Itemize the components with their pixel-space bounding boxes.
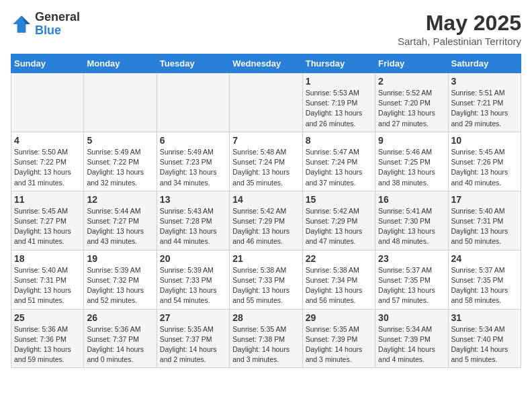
calendar-cell: 22Sunrise: 5:38 AM Sunset: 7:34 PM Dayli… [302, 250, 375, 309]
day-number: 28 [232, 312, 299, 323]
day-number: 10 [451, 135, 518, 146]
day-number: 24 [451, 253, 518, 264]
calendar-cell: 28Sunrise: 5:35 AM Sunset: 7:38 PM Dayli… [230, 309, 302, 368]
calendar-cell: 24Sunrise: 5:37 AM Sunset: 7:35 PM Dayli… [448, 250, 521, 309]
day-number: 25 [14, 312, 81, 323]
day-info: Sunrise: 5:52 AM Sunset: 7:20 PM Dayligh… [378, 88, 445, 129]
day-number: 14 [232, 194, 299, 205]
calendar-cell: 27Sunrise: 5:35 AM Sunset: 7:37 PM Dayli… [157, 309, 229, 368]
logo-icon [11, 13, 32, 35]
weekday-header-monday: Monday [84, 54, 157, 73]
calendar-cell: 19Sunrise: 5:39 AM Sunset: 7:32 PM Dayli… [84, 250, 157, 309]
calendar-cell: 15Sunrise: 5:42 AM Sunset: 7:29 PM Dayli… [302, 191, 375, 250]
day-info: Sunrise: 5:42 AM Sunset: 7:29 PM Dayligh… [306, 206, 372, 247]
calendar-cell: 9Sunrise: 5:46 AM Sunset: 7:25 PM Daylig… [375, 132, 448, 191]
day-info: Sunrise: 5:37 AM Sunset: 7:35 PM Dayligh… [378, 265, 445, 306]
day-info: Sunrise: 5:53 AM Sunset: 7:19 PM Dayligh… [306, 88, 372, 129]
calendar-cell: 20Sunrise: 5:39 AM Sunset: 7:33 PM Dayli… [157, 250, 229, 309]
calendar-cell [11, 73, 84, 132]
day-number: 7 [232, 135, 299, 146]
calendar-cell: 14Sunrise: 5:42 AM Sunset: 7:29 PM Dayli… [230, 191, 302, 250]
weekday-header-row: SundayMondayTuesdayWednesdayThursdayFrid… [11, 54, 521, 73]
day-info: Sunrise: 5:49 AM Sunset: 7:23 PM Dayligh… [160, 147, 226, 188]
day-number: 13 [160, 194, 226, 205]
day-number: 30 [378, 312, 445, 323]
day-number: 2 [378, 76, 445, 87]
day-number: 3 [451, 76, 518, 87]
day-info: Sunrise: 5:38 AM Sunset: 7:34 PM Dayligh… [306, 265, 372, 306]
calendar-cell: 1Sunrise: 5:53 AM Sunset: 7:19 PM Daylig… [302, 73, 375, 132]
calendar-cell: 13Sunrise: 5:43 AM Sunset: 7:28 PM Dayli… [157, 191, 229, 250]
calendar-cell: 29Sunrise: 5:35 AM Sunset: 7:39 PM Dayli… [302, 309, 375, 368]
weekday-header-friday: Friday [375, 54, 448, 73]
calendar-cell: 25Sunrise: 5:36 AM Sunset: 7:36 PM Dayli… [11, 309, 84, 368]
calendar-cell: 6Sunrise: 5:49 AM Sunset: 7:23 PM Daylig… [157, 132, 229, 191]
calendar-cell: 11Sunrise: 5:45 AM Sunset: 7:27 PM Dayli… [11, 191, 84, 250]
weekday-header-saturday: Saturday [448, 54, 521, 73]
calendar-cell: 7Sunrise: 5:48 AM Sunset: 7:24 PM Daylig… [230, 132, 302, 191]
logo-blue-text: Blue [35, 24, 61, 37]
day-number: 23 [378, 253, 445, 264]
day-number: 29 [306, 312, 372, 323]
day-info: Sunrise: 5:43 AM Sunset: 7:28 PM Dayligh… [160, 206, 226, 247]
month-year-title: May 2025 [398, 11, 521, 36]
calendar-cell [157, 73, 229, 132]
day-info: Sunrise: 5:48 AM Sunset: 7:24 PM Dayligh… [232, 147, 299, 188]
logo-general-text: General [35, 10, 80, 24]
day-info: Sunrise: 5:35 AM Sunset: 7:37 PM Dayligh… [160, 324, 226, 365]
day-info: Sunrise: 5:40 AM Sunset: 7:31 PM Dayligh… [14, 265, 81, 306]
calendar-cell: 31Sunrise: 5:34 AM Sunset: 7:40 PM Dayli… [448, 309, 521, 368]
day-info: Sunrise: 5:45 AM Sunset: 7:26 PM Dayligh… [451, 147, 518, 188]
calendar-cell: 17Sunrise: 5:40 AM Sunset: 7:31 PM Dayli… [448, 191, 521, 250]
day-info: Sunrise: 5:46 AM Sunset: 7:25 PM Dayligh… [378, 147, 445, 188]
calendar-week-row: 11Sunrise: 5:45 AM Sunset: 7:27 PM Dayli… [11, 191, 521, 250]
day-number: 9 [378, 135, 445, 146]
day-number: 17 [451, 194, 518, 205]
calendar-cell: 5Sunrise: 5:49 AM Sunset: 7:22 PM Daylig… [84, 132, 157, 191]
day-info: Sunrise: 5:51 AM Sunset: 7:21 PM Dayligh… [451, 88, 518, 129]
weekday-header-tuesday: Tuesday [157, 54, 229, 73]
calendar-table: SundayMondayTuesdayWednesdayThursdayFrid… [11, 54, 521, 368]
day-number: 31 [451, 312, 518, 323]
calendar-cell: 8Sunrise: 5:47 AM Sunset: 7:24 PM Daylig… [302, 132, 375, 191]
day-number: 19 [87, 253, 153, 264]
day-info: Sunrise: 5:39 AM Sunset: 7:33 PM Dayligh… [160, 265, 226, 306]
day-info: Sunrise: 5:40 AM Sunset: 7:31 PM Dayligh… [451, 206, 518, 247]
calendar-cell [230, 73, 302, 132]
day-info: Sunrise: 5:34 AM Sunset: 7:40 PM Dayligh… [451, 324, 518, 365]
calendar-week-row: 4Sunrise: 5:50 AM Sunset: 7:22 PM Daylig… [11, 132, 521, 191]
calendar-cell: 23Sunrise: 5:37 AM Sunset: 7:35 PM Dayli… [375, 250, 448, 309]
calendar-week-row: 1Sunrise: 5:53 AM Sunset: 7:19 PM Daylig… [11, 73, 521, 132]
day-number: 1 [306, 76, 372, 87]
day-number: 11 [14, 194, 81, 205]
day-number: 6 [160, 135, 226, 146]
day-number: 4 [14, 135, 81, 146]
day-number: 27 [160, 312, 226, 323]
calendar-cell [84, 73, 157, 132]
day-number: 15 [306, 194, 372, 205]
day-info: Sunrise: 5:49 AM Sunset: 7:22 PM Dayligh… [87, 147, 153, 188]
calendar-cell: 4Sunrise: 5:50 AM Sunset: 7:22 PM Daylig… [11, 132, 84, 191]
day-info: Sunrise: 5:44 AM Sunset: 7:27 PM Dayligh… [87, 206, 153, 247]
day-number: 22 [306, 253, 372, 264]
day-info: Sunrise: 5:38 AM Sunset: 7:33 PM Dayligh… [232, 265, 299, 306]
calendar-cell: 16Sunrise: 5:41 AM Sunset: 7:30 PM Dayli… [375, 191, 448, 250]
day-info: Sunrise: 5:50 AM Sunset: 7:22 PM Dayligh… [14, 147, 81, 188]
day-number: 21 [232, 253, 299, 264]
page-header: General Blue May 2025 Sartah, Palestinia… [11, 11, 521, 47]
day-number: 8 [306, 135, 372, 146]
calendar-cell: 30Sunrise: 5:34 AM Sunset: 7:39 PM Dayli… [375, 309, 448, 368]
day-info: Sunrise: 5:45 AM Sunset: 7:27 PM Dayligh… [14, 206, 81, 247]
day-info: Sunrise: 5:39 AM Sunset: 7:32 PM Dayligh… [87, 265, 153, 306]
calendar-cell: 18Sunrise: 5:40 AM Sunset: 7:31 PM Dayli… [11, 250, 84, 309]
calendar-cell: 26Sunrise: 5:36 AM Sunset: 7:37 PM Dayli… [84, 309, 157, 368]
day-info: Sunrise: 5:37 AM Sunset: 7:35 PM Dayligh… [451, 265, 518, 306]
calendar-cell: 21Sunrise: 5:38 AM Sunset: 7:33 PM Dayli… [230, 250, 302, 309]
day-info: Sunrise: 5:35 AM Sunset: 7:38 PM Dayligh… [232, 324, 299, 365]
title-block: May 2025 Sartah, Palestinian Territory [398, 11, 521, 47]
day-info: Sunrise: 5:47 AM Sunset: 7:24 PM Dayligh… [306, 147, 372, 188]
day-number: 20 [160, 253, 226, 264]
calendar-week-row: 18Sunrise: 5:40 AM Sunset: 7:31 PM Dayli… [11, 250, 521, 309]
day-info: Sunrise: 5:36 AM Sunset: 7:36 PM Dayligh… [14, 324, 81, 365]
calendar-cell: 2Sunrise: 5:52 AM Sunset: 7:20 PM Daylig… [375, 73, 448, 132]
